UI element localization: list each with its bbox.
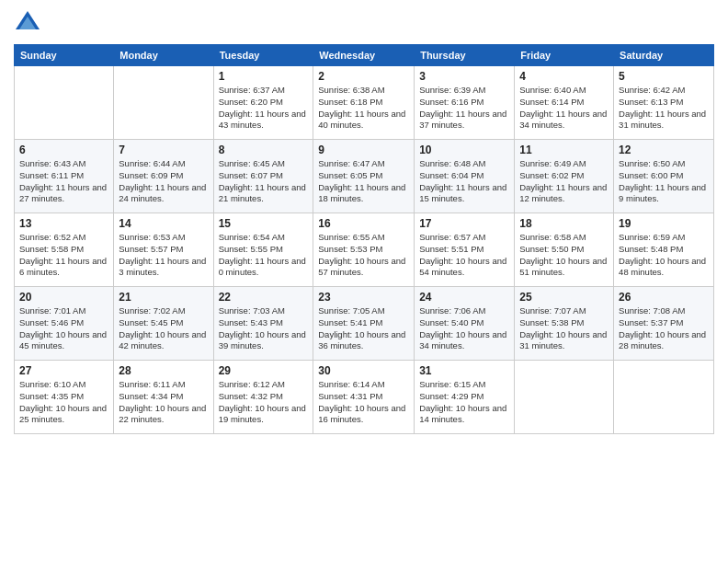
day-number: 4 (519, 70, 609, 83)
day-cell: 23Sunrise: 7:05 AM Sunset: 5:41 PM Dayli… (313, 287, 415, 361)
day-cell (614, 361, 714, 434)
week-row-2: 6Sunrise: 6:43 AM Sunset: 6:11 PM Daylig… (15, 140, 714, 213)
day-cell: 7Sunrise: 6:44 AM Sunset: 6:09 PM Daylig… (114, 140, 213, 213)
day-number: 16 (318, 217, 409, 230)
weekday-wednesday: Wednesday (313, 45, 415, 66)
day-info: Sunrise: 6:50 AM Sunset: 6:00 PM Dayligh… (619, 158, 709, 205)
day-info: Sunrise: 6:44 AM Sunset: 6:09 PM Dayligh… (119, 158, 208, 205)
day-number: 19 (619, 217, 709, 230)
header (14, 9, 714, 37)
week-row-3: 13Sunrise: 6:52 AM Sunset: 5:58 PM Dayli… (15, 213, 714, 287)
day-cell: 29Sunrise: 6:12 AM Sunset: 4:32 PM Dayli… (213, 361, 313, 434)
weekday-tuesday: Tuesday (213, 45, 313, 66)
day-info: Sunrise: 6:43 AM Sunset: 6:11 PM Dayligh… (19, 158, 108, 205)
logo-icon (14, 9, 41, 37)
day-number: 28 (119, 364, 208, 377)
day-number: 10 (419, 144, 509, 156)
day-number: 2 (318, 70, 409, 83)
day-cell: 10Sunrise: 6:48 AM Sunset: 6:04 PM Dayli… (415, 140, 515, 213)
day-info: Sunrise: 6:10 AM Sunset: 4:35 PM Dayligh… (19, 379, 108, 426)
day-number: 20 (19, 291, 108, 304)
day-cell: 6Sunrise: 6:43 AM Sunset: 6:11 PM Daylig… (15, 140, 114, 213)
day-cell (515, 361, 614, 434)
day-number: 17 (419, 217, 509, 230)
day-info: Sunrise: 7:02 AM Sunset: 5:45 PM Dayligh… (119, 305, 208, 352)
day-cell: 3Sunrise: 6:39 AM Sunset: 6:16 PM Daylig… (415, 66, 515, 140)
day-cell: 21Sunrise: 7:02 AM Sunset: 5:45 PM Dayli… (114, 287, 213, 361)
day-info: Sunrise: 7:07 AM Sunset: 5:38 PM Dayligh… (519, 305, 609, 352)
day-cell: 31Sunrise: 6:15 AM Sunset: 4:29 PM Dayli… (415, 361, 515, 434)
day-info: Sunrise: 6:52 AM Sunset: 5:58 PM Dayligh… (19, 232, 108, 279)
day-number: 3 (419, 70, 509, 83)
day-cell: 1Sunrise: 6:37 AM Sunset: 6:20 PM Daylig… (213, 66, 313, 140)
day-cell: 12Sunrise: 6:50 AM Sunset: 6:00 PM Dayli… (614, 140, 714, 213)
weekday-header-row: SundayMondayTuesdayWednesdayThursdayFrid… (15, 45, 714, 66)
day-info: Sunrise: 7:01 AM Sunset: 5:46 PM Dayligh… (19, 305, 108, 352)
day-info: Sunrise: 6:59 AM Sunset: 5:48 PM Dayligh… (619, 232, 709, 279)
weekday-thursday: Thursday (415, 45, 515, 66)
day-info: Sunrise: 6:58 AM Sunset: 5:50 PM Dayligh… (519, 232, 609, 279)
day-cell: 22Sunrise: 7:03 AM Sunset: 5:43 PM Dayli… (213, 287, 313, 361)
day-info: Sunrise: 6:57 AM Sunset: 5:51 PM Dayligh… (419, 232, 509, 279)
weekday-sunday: Sunday (15, 45, 114, 66)
week-row-4: 20Sunrise: 7:01 AM Sunset: 5:46 PM Dayli… (15, 287, 714, 361)
day-number: 1 (219, 70, 309, 83)
day-number: 8 (219, 144, 309, 156)
weekday-saturday: Saturday (614, 45, 714, 66)
day-info: Sunrise: 7:03 AM Sunset: 5:43 PM Dayligh… (219, 305, 309, 352)
weekday-monday: Monday (114, 45, 213, 66)
day-number: 25 (519, 291, 609, 304)
day-cell: 26Sunrise: 7:08 AM Sunset: 5:37 PM Dayli… (614, 287, 714, 361)
day-cell: 14Sunrise: 6:53 AM Sunset: 5:57 PM Dayli… (114, 213, 213, 287)
day-info: Sunrise: 6:45 AM Sunset: 6:07 PM Dayligh… (219, 158, 309, 205)
day-info: Sunrise: 6:48 AM Sunset: 6:04 PM Dayligh… (419, 158, 509, 205)
day-cell: 15Sunrise: 6:54 AM Sunset: 5:55 PM Dayli… (213, 213, 313, 287)
day-info: Sunrise: 6:55 AM Sunset: 5:53 PM Dayligh… (318, 232, 409, 279)
day-info: Sunrise: 6:53 AM Sunset: 5:57 PM Dayligh… (119, 232, 208, 279)
day-cell: 8Sunrise: 6:45 AM Sunset: 6:07 PM Daylig… (213, 140, 313, 213)
day-number: 18 (519, 217, 609, 230)
day-number: 30 (318, 364, 409, 377)
day-info: Sunrise: 7:06 AM Sunset: 5:40 PM Dayligh… (419, 305, 509, 352)
day-cell: 2Sunrise: 6:38 AM Sunset: 6:18 PM Daylig… (313, 66, 415, 140)
day-number: 24 (419, 291, 509, 304)
day-cell: 20Sunrise: 7:01 AM Sunset: 5:46 PM Dayli… (15, 287, 114, 361)
day-info: Sunrise: 6:39 AM Sunset: 6:16 PM Dayligh… (419, 85, 509, 132)
day-cell: 25Sunrise: 7:07 AM Sunset: 5:38 PM Dayli… (515, 287, 614, 361)
day-number: 27 (19, 364, 108, 377)
week-row-5: 27Sunrise: 6:10 AM Sunset: 4:35 PM Dayli… (15, 361, 714, 434)
page: SundayMondayTuesdayWednesdayThursdayFrid… (0, 0, 728, 563)
day-info: Sunrise: 6:11 AM Sunset: 4:34 PM Dayligh… (119, 379, 208, 426)
day-number: 9 (318, 144, 409, 156)
day-number: 6 (19, 144, 108, 156)
day-cell (15, 66, 114, 140)
day-info: Sunrise: 6:14 AM Sunset: 4:31 PM Dayligh… (318, 379, 409, 426)
day-number: 7 (119, 144, 208, 156)
day-info: Sunrise: 6:40 AM Sunset: 6:14 PM Dayligh… (519, 85, 609, 132)
day-number: 15 (219, 217, 309, 230)
day-number: 12 (619, 144, 709, 156)
day-info: Sunrise: 6:37 AM Sunset: 6:20 PM Dayligh… (219, 85, 309, 132)
day-cell: 18Sunrise: 6:58 AM Sunset: 5:50 PM Dayli… (515, 213, 614, 287)
day-number: 31 (419, 364, 509, 377)
day-cell: 24Sunrise: 7:06 AM Sunset: 5:40 PM Dayli… (415, 287, 515, 361)
day-cell: 27Sunrise: 6:10 AM Sunset: 4:35 PM Dayli… (15, 361, 114, 434)
day-info: Sunrise: 7:05 AM Sunset: 5:41 PM Dayligh… (318, 305, 409, 352)
day-cell: 16Sunrise: 6:55 AM Sunset: 5:53 PM Dayli… (313, 213, 415, 287)
day-cell (114, 66, 213, 140)
day-info: Sunrise: 6:12 AM Sunset: 4:32 PM Dayligh… (219, 379, 309, 426)
day-number: 5 (619, 70, 709, 83)
day-cell: 5Sunrise: 6:42 AM Sunset: 6:13 PM Daylig… (614, 66, 714, 140)
week-row-1: 1Sunrise: 6:37 AM Sunset: 6:20 PM Daylig… (15, 66, 714, 140)
day-info: Sunrise: 6:49 AM Sunset: 6:02 PM Dayligh… (519, 158, 609, 205)
day-cell: 17Sunrise: 6:57 AM Sunset: 5:51 PM Dayli… (415, 213, 515, 287)
day-cell: 19Sunrise: 6:59 AM Sunset: 5:48 PM Dayli… (614, 213, 714, 287)
logo (14, 9, 45, 37)
day-number: 23 (318, 291, 409, 304)
day-info: Sunrise: 6:54 AM Sunset: 5:55 PM Dayligh… (219, 232, 309, 279)
day-cell: 4Sunrise: 6:40 AM Sunset: 6:14 PM Daylig… (515, 66, 614, 140)
weekday-friday: Friday (515, 45, 614, 66)
day-cell: 13Sunrise: 6:52 AM Sunset: 5:58 PM Dayli… (15, 213, 114, 287)
day-info: Sunrise: 6:42 AM Sunset: 6:13 PM Dayligh… (619, 85, 709, 132)
day-number: 21 (119, 291, 208, 304)
